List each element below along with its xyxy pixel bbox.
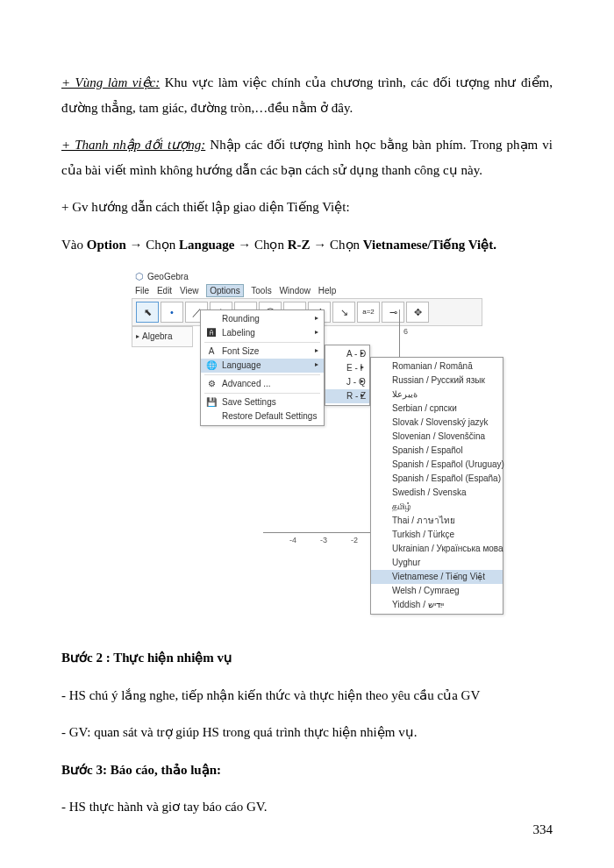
lang-tamil[interactable]: தமிழ் [371,500,503,514]
opt-language[interactable]: 🌐Language [201,359,324,373]
step2-line-b: - GV: quan sát và trợ giúp HS trong quá … [61,720,553,745]
label-inputbar: + Thanh nhập đối tượng: [61,138,205,152]
options-dropdown: Rounding 🅰Labeling AFont Size 🌐Language … [200,309,325,426]
opt-save[interactable]: 💾Save Settings [201,395,324,409]
menu-tools[interactable]: Tools [251,286,271,295]
step2-line-a: - HS chú ý lắng nghe, tiếp nhận kiến thứ… [61,683,553,708]
lang-spanish-es[interactable]: Spanish / Español (España) [371,472,503,486]
opt-labeling[interactable]: 🅰Labeling [201,326,324,340]
geogebra-screenshot: ⬡ GeoGebra File Edit View Options Tools … [132,269,482,628]
lang-welsh[interactable]: Welsh / Cymraeg [371,584,503,598]
tool-text[interactable]: a=2 [357,302,380,323]
app-title: GeoGebra [147,272,189,282]
lang-spanish[interactable]: Spanish / Español [371,444,503,458]
geogebra-icon: ⬡ [135,271,144,282]
lang-yiddish[interactable]: Yiddish / ייִדיש [371,598,503,612]
language-icon: 🌐 [206,360,217,371]
menu-edit[interactable]: Edit [157,286,172,295]
alpha-submenu: A - D E - I J - Q R - Z [325,345,370,406]
lang-romanian[interactable]: Romanian / Română [371,359,503,374]
gear-icon: ⚙ [206,379,217,389]
page-number: 334 [533,817,553,843]
menu-help[interactable]: Help [318,286,337,295]
opt-rounding[interactable]: Rounding [201,312,324,326]
lang-turkish[interactable]: Turkish / Türkçe [371,528,503,542]
labeling-icon: 🅰 [206,328,217,338]
menu-options[interactable]: Options [206,284,243,297]
document-page: + Vùng làm việc: Khu vực làm việc chính … [0,0,614,868]
label-workspace: + Vùng làm việc: [61,75,160,89]
lang-vietnamese[interactable]: Vietnamese / Tiếng Việt [371,570,503,584]
opt-restore[interactable]: Restore Default Settings [201,409,324,423]
tool-pointer[interactable]: ⬉ [136,302,159,323]
menu-window[interactable]: Window [279,286,311,295]
paragraph-path: Vào Option → Chọn Language → Chọn R-Z → … [61,232,553,258]
save-icon: 💾 [206,397,217,408]
lang-serbian[interactable]: Serbian / српски [371,402,503,416]
paragraph-workspace: + Vùng làm việc: Khu vực làm việc chính … [61,70,553,120]
opt-advanced[interactable]: ⚙Advanced ... [201,377,324,391]
menu-bar: File Edit View Options Tools Window Help [132,284,482,298]
step2-title: Bước 2 : Thực hiện nhiệm vụ [61,645,553,671]
lang-swedish[interactable]: Swedish / Svenska [371,486,503,500]
opt-fontsize[interactable]: AFont Size [201,345,324,359]
menu-file[interactable]: File [135,286,149,295]
lang-arabic[interactable]: ةيبرعلا [371,388,503,402]
tool-point[interactable]: • [161,302,183,323]
language-submenu: Romanian / Română Russian / Русский язык… [370,357,503,615]
lang-uyghur[interactable]: Uyghur [371,556,503,570]
lang-ukrainian[interactable]: Ukrainian / Українська мова [371,542,503,556]
tool-slider[interactable]: ⊸ [382,302,404,323]
lang-slovak[interactable]: Slovak / Slovenský jazyk [371,416,503,430]
lang-thai[interactable]: Thai / ภาษาไทย [371,514,503,528]
alpha-rz[interactable]: R - Z [325,389,369,403]
step3-line-a: - HS thực hành và giơ tay báo cáo GV. [61,794,553,820]
lang-slovenian[interactable]: Slovenian / Slovenščina [371,430,503,444]
tool-move-view[interactable]: ✥ [406,302,429,323]
alpha-jq[interactable]: J - Q [325,375,369,389]
step3-title: Bước 3: Báo cáo, thảo luận: [61,758,553,783]
fontsize-icon: A [206,346,217,357]
menu-view[interactable]: View [180,286,199,295]
titlebar: ⬡ GeoGebra [132,269,482,284]
paragraph-inputbar: + Thanh nhập đối tượng: Nhập các đối tượ… [61,132,553,182]
alpha-ei[interactable]: E - I [325,361,369,375]
paragraph-guide: + Gv hướng dẫn cách thiết lập giao diện … [61,195,553,220]
lang-spanish-uy[interactable]: Spanish / Español (Uruguay) [371,458,503,472]
tool-reflect[interactable]: ↘ [332,302,355,323]
lang-russian[interactable]: Russian / Русский язык [371,374,503,388]
alpha-ad[interactable]: A - D [325,347,369,361]
algebra-panel[interactable]: Algebra [132,326,193,347]
